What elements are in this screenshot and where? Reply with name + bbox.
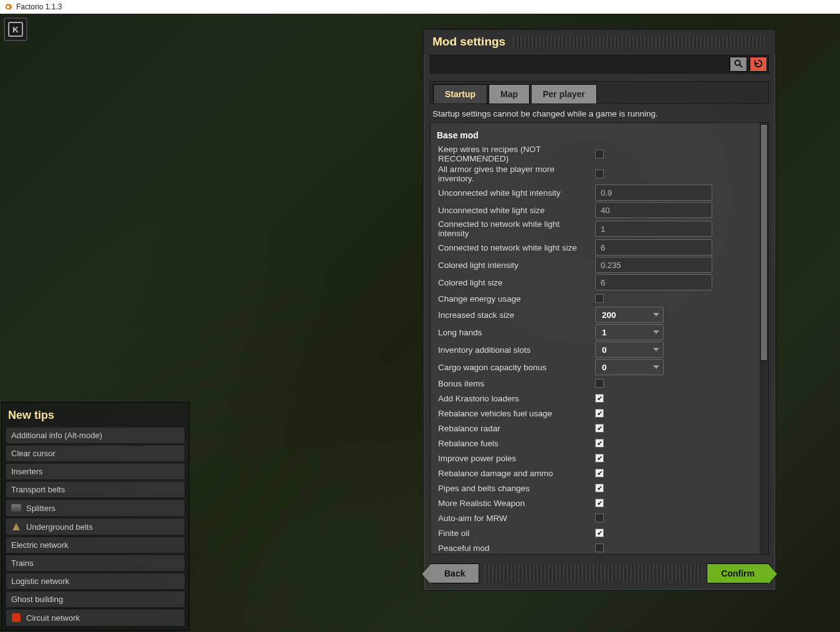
chevron-down-icon — [653, 348, 659, 352]
shortcut-badge[interactable]: K — [4, 17, 27, 41]
setting-label: Keep wires in recipes (NOT RECOMMENDED) — [437, 145, 595, 163]
tip-label: Electric network — [11, 540, 69, 550]
setting-row: Connected to network white light intensi… — [436, 219, 755, 239]
setting-label: Unconnected white light intensity — [437, 188, 595, 198]
setting-checkbox[interactable] — [595, 439, 604, 448]
setting-checkbox[interactable] — [595, 394, 604, 403]
tip-item[interactable]: Splitters — [6, 499, 185, 517]
confirm-button[interactable]: Confirm — [707, 563, 769, 583]
factorio-app-icon — [4, 2, 12, 11]
setting-row: Peaceful mod — [436, 540, 755, 554]
tab-map[interactable]: Map — [489, 84, 530, 103]
setting-checkbox[interactable] — [595, 469, 604, 477]
setting-checkbox[interactable] — [595, 150, 604, 158]
setting-checkbox[interactable] — [595, 379, 604, 388]
tip-item[interactable]: Trains — [6, 555, 185, 572]
setting-label: Change energy usage — [437, 294, 595, 304]
setting-row: Auto-aim for MRW — [436, 510, 755, 525]
tip-item[interactable]: Clear cursor — [6, 445, 185, 462]
reset-button[interactable] — [750, 57, 767, 72]
new-tips-panel: New tips Additional info (Alt-mode)Clear… — [1, 402, 189, 631]
setting-label: Rebalance fuels — [437, 439, 595, 448]
mod-settings-footer: Back Confirm — [424, 560, 775, 590]
setting-text-input[interactable]: 0.9 — [595, 184, 712, 201]
settings-body: Base mod Keep wires in recipes (NOT RECO… — [430, 122, 769, 555]
setting-text-input[interactable]: 6 — [595, 274, 712, 290]
svg-point-0 — [735, 60, 740, 65]
tip-item[interactable]: Logistic network — [6, 573, 185, 590]
tip-label: Logistic network — [11, 577, 69, 586]
setting-checkbox[interactable] — [595, 543, 604, 552]
chevron-down-icon — [653, 365, 659, 369]
setting-row: Keep wires in recipes (NOT RECOMMENDED) — [436, 144, 755, 164]
setting-text-input[interactable]: 0.235 — [595, 257, 712, 273]
tip-label: Circuit network — [26, 613, 80, 623]
setting-dropdown[interactable]: 0 — [595, 359, 664, 375]
setting-row: Unconnected white light size40 — [436, 201, 755, 219]
tip-item[interactable]: Inserters — [6, 463, 185, 480]
shortcut-key: K — [8, 22, 23, 37]
circuit-icon — [11, 613, 21, 623]
tip-label: Ghost building — [11, 595, 63, 604]
tip-item[interactable]: Circuit network — [6, 609, 185, 626]
setting-checkbox[interactable] — [595, 514, 604, 522]
tip-label: Clear cursor — [11, 449, 55, 458]
setting-checkbox[interactable] — [595, 484, 604, 492]
setting-text-input[interactable]: 1 — [595, 221, 712, 237]
back-button[interactable]: Back — [430, 563, 479, 583]
setting-text-input[interactable]: 40 — [595, 202, 712, 218]
setting-checkbox[interactable] — [595, 170, 604, 178]
setting-row: Unconnected white light intensity0.9 — [436, 184, 755, 201]
setting-dropdown[interactable]: 0 — [595, 342, 664, 358]
setting-checkbox[interactable] — [595, 424, 604, 433]
scrollbar-thumb[interactable] — [760, 124, 768, 361]
tip-item[interactable]: Additional info (Alt-mode) — [6, 427, 185, 444]
setting-row: Finite oil — [436, 525, 755, 540]
tip-item[interactable]: Transport belts — [6, 481, 185, 498]
footer-drag-handle[interactable] — [484, 565, 702, 582]
tip-item[interactable]: Electric network — [6, 537, 185, 553]
setting-row: All armor gives the player more inventor… — [436, 164, 755, 184]
search-button[interactable] — [730, 57, 747, 72]
setting-checkbox[interactable] — [595, 454, 604, 462]
setting-label: Increased stack size — [437, 310, 595, 320]
tip-item[interactable]: Ghost building — [6, 591, 185, 608]
setting-dropdown[interactable]: 1 — [595, 324, 664, 340]
setting-label: Rebalance radar — [437, 424, 595, 433]
setting-label: Connected to network white light intensi… — [437, 219, 595, 238]
setting-text-input[interactable]: 6 — [595, 239, 712, 256]
setting-dropdown[interactable]: 200 — [595, 307, 664, 323]
dropdown-value: 0 — [602, 345, 607, 355]
setting-row: Add Krastorio loaders — [436, 391, 755, 406]
setting-row: Long hands1 — [436, 323, 755, 341]
mod-settings-tabs: StartupMapPer player — [430, 81, 769, 104]
setting-label: Rebalance damage and ammo — [437, 469, 595, 478]
setting-label: Peaceful mod — [437, 543, 595, 553]
setting-checkbox[interactable] — [595, 499, 604, 507]
setting-row: Rebalance fuels — [436, 436, 755, 451]
setting-row: Cargo wagon capacity bonus0 — [436, 358, 755, 376]
dropdown-value: 0 — [602, 363, 607, 372]
setting-label: Unconnected white light size — [437, 206, 595, 215]
setting-label: Rebalance vehicles fuel usage — [437, 409, 595, 418]
setting-checkbox[interactable] — [595, 409, 604, 418]
setting-label: Auto-aim for MRW — [437, 514, 595, 523]
tip-label: Additional info (Alt-mode) — [11, 431, 102, 440]
settings-scroll-area[interactable]: Base mod Keep wires in recipes (NOT RECO… — [431, 123, 760, 554]
setting-row: Increased stack size200 — [436, 306, 755, 323]
setting-checkbox[interactable] — [595, 294, 604, 303]
setting-label: Connected to network white light size — [437, 243, 595, 252]
game-viewport: K New tips Additional info (Alt-mode)Cle… — [0, 14, 840, 632]
setting-checkbox[interactable] — [595, 529, 604, 537]
tip-item[interactable]: Underground belts — [6, 518, 185, 535]
setting-label: Long hands — [437, 328, 595, 337]
tab-startup[interactable]: Startup — [433, 84, 487, 103]
setting-row: Inventory additional slots0 — [436, 341, 755, 358]
setting-label: Colored light intensity — [437, 261, 595, 270]
setting-label: Pipes and belts changes — [437, 484, 595, 493]
startup-notice: Startup settings cannot be changed while… — [432, 109, 766, 118]
setting-row: Rebalance vehicles fuel usage — [436, 406, 755, 421]
header-drag-handle[interactable] — [513, 36, 766, 48]
tab-per-player[interactable]: Per player — [531, 84, 597, 103]
scrollbar-track[interactable] — [760, 123, 768, 554]
